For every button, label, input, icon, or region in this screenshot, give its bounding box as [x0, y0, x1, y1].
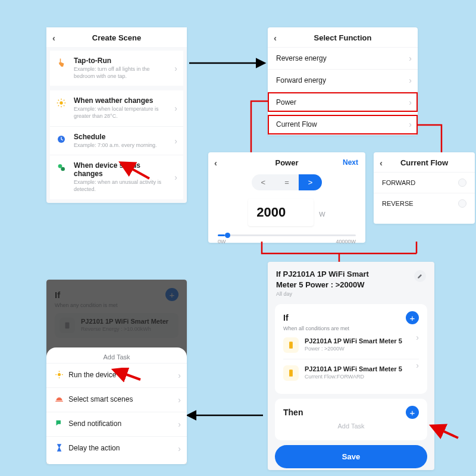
- automation-title-1: If PJ2101A 1P WiFi Smart: [276, 270, 369, 278]
- sunrise-icon: [55, 394, 67, 405]
- svg-line-12: [121, 163, 149, 178]
- flow-arrow-icon: [186, 409, 266, 421]
- clock-icon: [56, 134, 67, 145]
- chevron-right-icon: ›: [174, 173, 177, 182]
- chevron-right-icon: ›: [409, 76, 412, 85]
- comparison-pill[interactable]: < = >: [252, 174, 322, 190]
- current-flow-title: Current Flow: [400, 158, 448, 167]
- flow-option-reverse[interactable]: REVERSE: [374, 193, 475, 214]
- if-subtitle: When all conditions are met: [283, 325, 419, 331]
- fn-power[interactable]: Power ›: [268, 91, 418, 113]
- chevron-right-icon: ›: [416, 361, 419, 370]
- back-chevron[interactable]: ‹: [214, 158, 217, 167]
- back-chevron[interactable]: ‹: [380, 158, 383, 167]
- chevron-right-icon: ›: [178, 395, 181, 405]
- add-task-button[interactable]: +: [406, 406, 419, 419]
- add-condition-button[interactable]: +: [406, 311, 419, 324]
- pointer-arrow-icon: [428, 424, 462, 441]
- op-equals[interactable]: =: [275, 174, 299, 190]
- svg-rect-15: [289, 369, 293, 377]
- condition-item[interactable]: PJ2101A 1P WiFi Smart Meter 5 Current Fl…: [283, 359, 419, 387]
- sun-icon: [55, 370, 67, 381]
- op-less-than[interactable]: <: [252, 174, 275, 190]
- svg-rect-14: [289, 342, 293, 349]
- chevron-right-icon: ›: [174, 104, 177, 113]
- svg-line-8: [64, 100, 64, 101]
- task-delay-action[interactable]: Delay the action ›: [46, 436, 187, 461]
- chevron-right-icon: ›: [416, 333, 419, 342]
- op-greater-than[interactable]: >: [299, 174, 322, 190]
- chevron-right-icon: ›: [409, 98, 412, 107]
- flow-option-forward[interactable]: FORWARD: [374, 172, 475, 193]
- create-scene-title: Create Scene: [92, 33, 141, 42]
- svg-line-7: [58, 105, 59, 106]
- flow-arrow-icon: [188, 57, 268, 69]
- svg-point-11: [61, 167, 65, 171]
- chevron-right-icon: ›: [409, 120, 412, 129]
- add-task-sheet-title: Add Task: [46, 347, 187, 363]
- chevron-right-icon: ›: [178, 444, 181, 453]
- option-tap-to-run[interactable]: Tap-to-Run Example: turn off all lights …: [50, 51, 183, 86]
- back-chevron[interactable]: ‹: [52, 33, 55, 42]
- device-icon: [283, 337, 299, 353]
- svg-line-25: [114, 370, 140, 380]
- chevron-right-icon: ›: [174, 64, 177, 73]
- chevron-right-icon: ›: [409, 54, 412, 63]
- svg-point-19: [58, 373, 61, 376]
- task-send-notification[interactable]: Send notification ›: [46, 412, 187, 436]
- chevron-right-icon: ›: [178, 371, 181, 380]
- notification-icon: [55, 419, 67, 430]
- range-max: 40000W: [336, 239, 356, 245]
- automation-subtitle: All day: [276, 291, 426, 297]
- fn-reverse-energy[interactable]: Reverse energy ›: [268, 47, 418, 69]
- hourglass-icon: [55, 443, 67, 454]
- svg-line-6: [64, 105, 64, 106]
- sun-icon: [56, 98, 67, 108]
- select-function-title: Select Function: [314, 33, 372, 42]
- svg-line-16: [432, 426, 458, 438]
- option-weather-changes[interactable]: When weather changes Example: when local…: [50, 90, 183, 126]
- task-smart-scenes[interactable]: Select smart scenes ›: [46, 387, 187, 412]
- power-title: Power: [275, 158, 298, 167]
- pointer-arrow-icon: [117, 161, 152, 182]
- automation-title-2: Meter 5 Power : >2000W: [276, 280, 364, 289]
- back-chevron[interactable]: ‹: [274, 33, 277, 42]
- if-header: If: [283, 313, 289, 322]
- power-value-input[interactable]: [248, 199, 314, 226]
- condition-item[interactable]: PJ2101A 1P WiFi Smart Meter 5 Power : >2…: [283, 331, 419, 359]
- status-change-icon: [56, 162, 67, 173]
- slider-thumb[interactable]: [225, 233, 230, 238]
- pointer-arrow-icon: [111, 368, 144, 383]
- edit-icon[interactable]: [414, 270, 426, 282]
- radio-icon: [458, 199, 466, 208]
- next-button[interactable]: Next: [343, 158, 358, 167]
- svg-point-0: [60, 102, 62, 105]
- radio-icon: [458, 178, 466, 187]
- chevron-right-icon: ›: [174, 136, 177, 146]
- then-header: Then: [283, 408, 303, 417]
- save-button[interactable]: Save: [275, 445, 427, 468]
- tap-icon: [56, 58, 67, 68]
- svg-line-5: [58, 100, 59, 101]
- power-unit: W: [319, 211, 325, 218]
- range-min: 0W: [218, 239, 226, 245]
- add-task-placeholder: Add Task: [283, 422, 419, 430]
- fn-forward-energy[interactable]: Forward energy ›: [268, 69, 418, 91]
- option-schedule[interactable]: Schedule Example: 7:00 a.m. every mornin…: [50, 126, 183, 155]
- chevron-right-icon: ›: [178, 419, 181, 429]
- fn-current-flow[interactable]: Current Flow ›: [268, 113, 418, 135]
- device-icon: [283, 365, 299, 381]
